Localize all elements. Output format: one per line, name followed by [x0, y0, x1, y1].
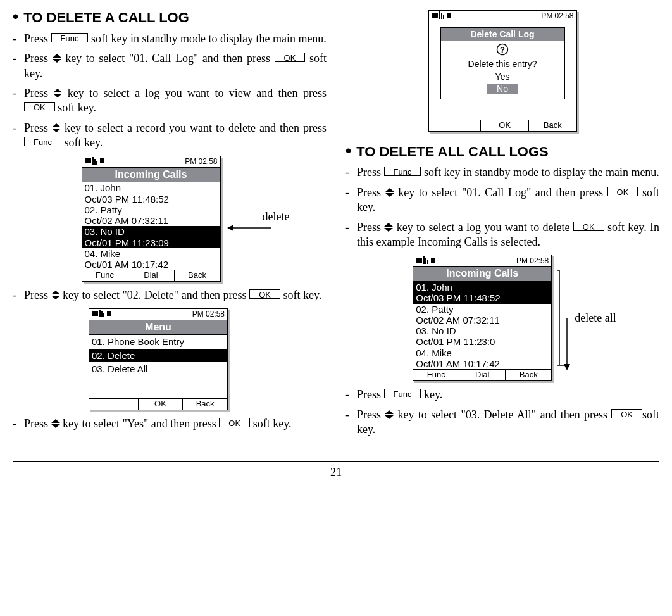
- nav-key-icon: [53, 89, 62, 97]
- list-item: Oct/01 AM 10:17:42: [82, 259, 220, 270]
- bracket-arrow-icon: [557, 264, 572, 372]
- svg-marker-6: [227, 225, 233, 231]
- steps-delete-all-2: Press Func key. Press key to select "03.…: [345, 387, 659, 437]
- annotation-delete-all: delete all: [557, 264, 616, 372]
- page-columns: • TO DELETE A CALL LOG Press Func soft k…: [13, 6, 659, 442]
- list-item: 01. John: [82, 182, 220, 193]
- softkey-func: Func: [51, 33, 89, 42]
- dialog-body: ? Delete this entry? Yes No: [441, 41, 564, 99]
- phone-mockup: PM 02:58 Incoming Calls 01. John Oct/03 …: [413, 255, 552, 381]
- statusbar: PM 02:58: [429, 11, 576, 22]
- list-item: 02. Patty: [413, 304, 551, 315]
- step: Press key to select a log you want to de…: [345, 220, 659, 250]
- clock: PM 02:58: [541, 11, 573, 22]
- statusbar: PM 02:58: [89, 309, 227, 320]
- svg-rect-2: [94, 159, 96, 165]
- list-item: 01. Phone Book Entry: [89, 335, 227, 348]
- softkey-func: Func: [384, 167, 421, 176]
- svg-rect-7: [92, 311, 98, 316]
- step: Press key to select "01. Call Log" and t…: [345, 185, 659, 215]
- list-item: 04. Mike: [413, 348, 551, 358]
- svg-rect-20: [423, 256, 425, 264]
- svg-text:?: ?: [500, 45, 505, 54]
- svg-marker-29: [564, 364, 570, 370]
- step: Press Func key.: [345, 387, 659, 402]
- svg-rect-19: [416, 258, 422, 263]
- list-item: Oct/02 AM 07:32:11: [82, 215, 220, 226]
- nav-key-icon: [51, 419, 60, 428]
- steps-delete-one-3: Press key to select "Yes" and then press…: [13, 417, 327, 431]
- screen-title: Incoming Calls: [82, 168, 220, 183]
- nav-key-icon: [384, 223, 393, 232]
- phone-mockup: PM 02:58 Menu 01. Phone Book Entry 02. D…: [89, 308, 228, 411]
- svg-rect-8: [99, 310, 101, 317]
- footer-rule: [13, 461, 659, 462]
- status-icons: [416, 256, 441, 267]
- nav-key-icon: [385, 410, 394, 419]
- list-item-selected: 01. John: [413, 282, 551, 292]
- dialog-option-yes: Yes: [487, 72, 518, 82]
- svg-rect-22: [427, 260, 428, 264]
- svg-rect-12: [432, 13, 438, 18]
- steps-delete-all: Press Func soft key in standby mode to d…: [345, 165, 659, 249]
- list-item-selected: 02. Delete: [89, 349, 227, 362]
- list-item: 03. Delete All: [89, 362, 227, 375]
- svg-rect-9: [101, 311, 103, 317]
- phone-screen-dialog: PM 02:58 Menu OK Back Delete Call Log ? …: [345, 10, 659, 132]
- svg-rect-14: [441, 13, 442, 19]
- softkey-ok-label: OK: [480, 120, 528, 131]
- softkey-ok: OK: [607, 187, 638, 196]
- annotation-delete-all-label: delete all: [575, 311, 616, 325]
- list-item: 03. No ID: [413, 325, 551, 336]
- nav-key-icon: [385, 188, 394, 197]
- clock: PM 02:58: [516, 256, 549, 267]
- phone-screen-incoming-2: PM 02:58 Incoming Calls 01. John Oct/03 …: [345, 255, 659, 381]
- softkey-bar: OK Back: [429, 120, 576, 131]
- nav-key-icon: [53, 54, 61, 63]
- softkey-back-label: Back: [505, 370, 551, 380]
- nav-key-icon: [52, 123, 61, 132]
- softkey-back-label: Back: [174, 270, 220, 281]
- step: Press Func soft key in standby mode to d…: [345, 165, 659, 180]
- list-item-selected: Oct/03 PM 11:48:52: [413, 292, 551, 303]
- softkey-ok: OK: [573, 222, 604, 231]
- svg-rect-21: [425, 258, 426, 264]
- softkey-dial-label: Dial: [459, 370, 505, 380]
- softkey-blank: [89, 399, 138, 410]
- softkey-ok: OK: [611, 409, 642, 418]
- list-item-selected: 03. No ID: [82, 226, 220, 237]
- list-item: 04. Mike: [82, 248, 220, 259]
- confirm-dialog: Delete Call Log ? Delete this entry? Yes…: [440, 27, 565, 99]
- arrow-icon: [227, 223, 271, 232]
- softkey-bar: OK Back: [89, 398, 227, 410]
- softkey-ok-label: OK: [138, 399, 183, 410]
- status-icons: [85, 157, 110, 167]
- screen-body: 01. Phone Book Entry 02. Delete 03. Dele…: [89, 335, 227, 398]
- step: Press key to select a log you want to vi…: [13, 86, 327, 116]
- svg-rect-23: [431, 258, 435, 263]
- statusbar: PM 02:58: [413, 255, 551, 267]
- step: Press key to select "01. Call Log" and t…: [13, 51, 327, 81]
- softkey-ok: OK: [24, 102, 55, 111]
- softkey-dial-label: Dial: [128, 270, 174, 281]
- softkey-bar: Func Dial Back: [82, 270, 220, 281]
- list-item: Oct/03 PM 11:48:52: [82, 194, 220, 204]
- statusbar: PM 02:58: [82, 156, 220, 168]
- softkey-ok: OK: [275, 53, 306, 62]
- dialog-option-no: No: [487, 84, 518, 94]
- dialog-prompt: Delete this entry?: [441, 58, 564, 70]
- svg-rect-13: [439, 11, 440, 19]
- steps-delete-one-2: Press key to select "02. Delete" and the…: [13, 288, 327, 303]
- heading-delete-all-text: TO DELETE ALL CALL LOGS: [356, 144, 549, 160]
- softkey-blank: [429, 120, 481, 131]
- screen-title: Menu: [89, 320, 227, 336]
- list-item: Oct/01 AM 10:17:42: [413, 358, 551, 369]
- phone-screen-incoming: PM 02:58 Incoming Calls 01. John Oct/03 …: [13, 156, 327, 282]
- svg-rect-3: [96, 161, 97, 165]
- clock: PM 02:58: [185, 157, 217, 167]
- softkey-ok: OK: [249, 289, 280, 299]
- screen-title: Incoming Calls: [413, 267, 551, 282]
- annotation-delete: delete: [227, 221, 302, 236]
- step: Press key to select "Yes" and then press…: [13, 417, 327, 431]
- nav-key-icon: [51, 291, 60, 299]
